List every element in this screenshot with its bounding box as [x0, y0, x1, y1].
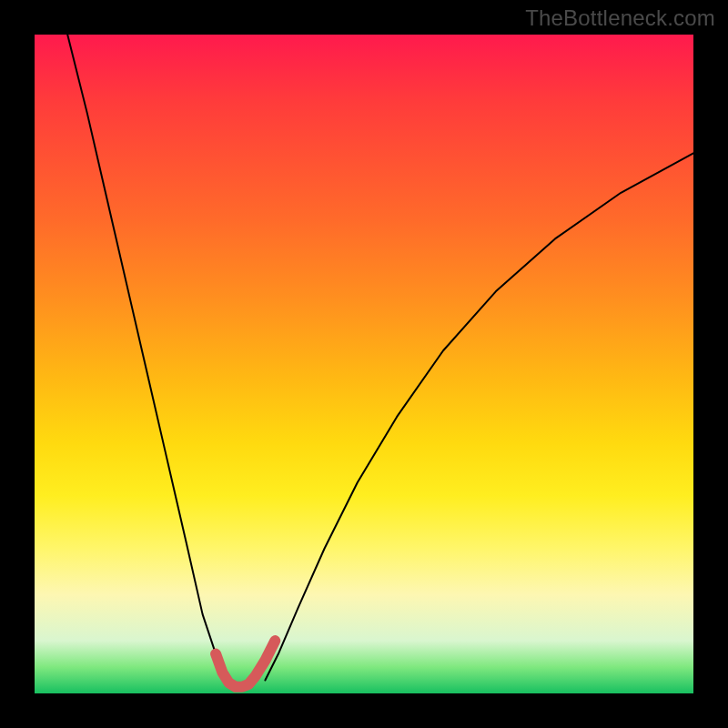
chart-svg [35, 35, 693, 693]
plot-area [35, 35, 693, 693]
series-right-branch [265, 153, 693, 680]
chart-frame: TheBottleneck.com [0, 0, 728, 728]
series-left-branch [67, 35, 226, 681]
watermark-text: TheBottleneck.com [525, 5, 715, 31]
series-group [67, 35, 693, 687]
